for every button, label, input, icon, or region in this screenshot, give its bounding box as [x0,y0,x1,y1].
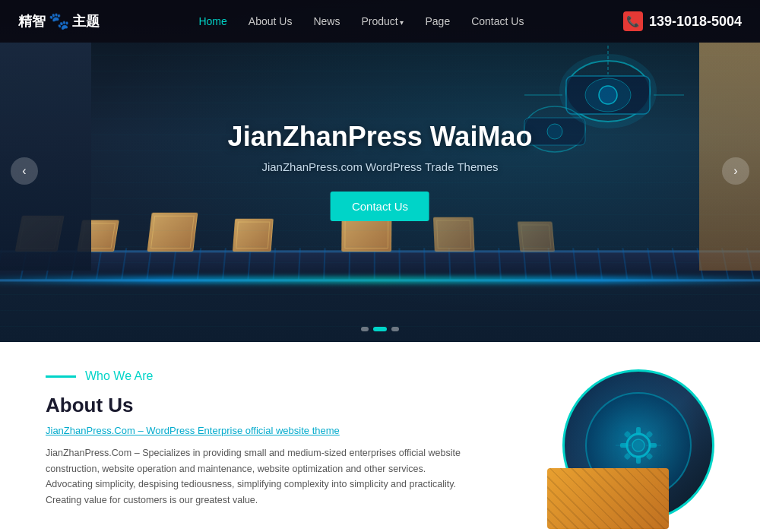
nav-item-contact[interactable]: Contact Us [471,15,524,27]
hero-contact-button[interactable]: Contact Us [331,192,429,221]
about-image-container [502,369,714,521]
hero-content: JianZhanPress WaiMao JianZhanPress.com W… [228,121,533,221]
warehouse-shelf-left [0,43,91,271]
section-tag-label: Who We Are [85,369,154,383]
about-section: Who We Are About Us JianZhanPress.Com – … [0,342,760,532]
hero-subtitle: JianZhanPress.com WordPress Trade Themes [228,160,533,173]
nav-item-news[interactable]: News [313,15,340,27]
logo-text-before: 精智 [18,12,46,30]
hero-section: JianZhanPress WaiMao JianZhanPress.com W… [0,0,760,342]
warehouse-shelf-right [699,43,760,271]
site-header: 精智 🐾 主题 Home About Us News Product Page … [0,0,760,43]
svg-point-12 [632,439,644,451]
hero-title: JianZhanPress WaiMao [228,121,533,153]
site-logo[interactable]: 精智 🐾 主题 [18,11,100,31]
chevron-left-icon: ‹ [22,164,26,178]
chevron-right-icon: › [733,164,737,178]
section-tag: Who We Are [46,369,471,383]
about-title: About Us [46,394,471,417]
nav-item-home[interactable]: Home [198,15,226,27]
carousel-dot-2[interactable] [373,327,387,331]
carousel-dot-3[interactable] [391,327,399,331]
phone-icon: 📞 [623,11,643,31]
carousel-prev-button[interactable]: ‹ [11,157,38,185]
svg-rect-14 [636,456,641,464]
phone-display: 📞 139-1018-5004 [623,11,742,31]
carousel-dots [361,327,399,331]
about-description: JianZhanPress.Com – Specializes in provi… [46,445,471,508]
gear-icon [608,415,669,476]
svg-point-3 [599,86,617,104]
tag-line-decoration [46,375,76,378]
about-text-content: Who We Are About Us JianZhanPress.Com – … [46,369,471,505]
about-image-strip [547,468,669,529]
carousel-dot-1[interactable] [361,327,369,331]
logo-paw-icon: 🐾 [49,11,69,31]
main-nav: Home About Us News Product Page Contact … [198,15,524,27]
svg-point-9 [547,124,562,139]
carousel-next-button[interactable]: › [722,157,749,185]
about-link[interactable]: JianZhanPress.Com – WordPress Enterprise… [46,425,471,436]
svg-rect-13 [636,427,641,435]
nav-item-product[interactable]: Product [361,15,404,27]
logo-text-after: 主题 [72,12,100,30]
nav-item-page[interactable]: Page [425,15,450,27]
nav-item-about[interactable]: About Us [249,15,293,27]
phone-number: 139-1018-5004 [649,14,742,30]
